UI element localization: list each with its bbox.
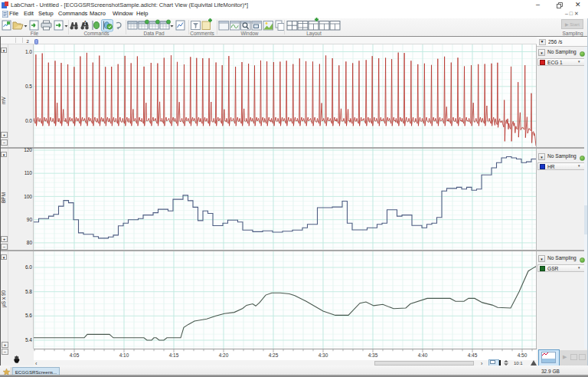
svg-text:A: A [83, 20, 87, 25]
